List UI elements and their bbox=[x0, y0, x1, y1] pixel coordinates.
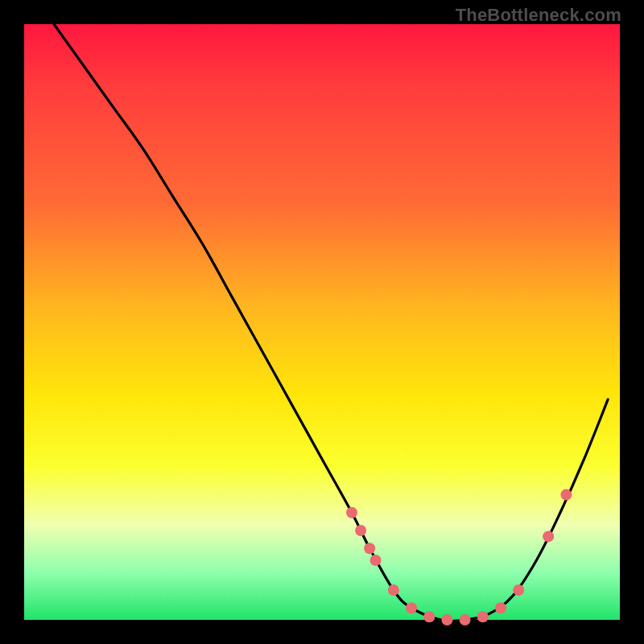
highlight-point bbox=[406, 602, 417, 613]
highlight-point bbox=[364, 543, 375, 554]
highlight-point bbox=[370, 555, 382, 566]
highlight-point bbox=[513, 584, 524, 596]
highlight-point bbox=[460, 614, 471, 625]
bottleneck-curve-svg bbox=[24, 24, 620, 620]
plot-area bbox=[24, 24, 620, 620]
highlight-point bbox=[477, 611, 489, 622]
chart-frame: TheBottleneck.com bbox=[0, 0, 644, 644]
watermark-text: TheBottleneck.com bbox=[456, 5, 621, 26]
highlight-point bbox=[543, 530, 554, 542]
highlight-point bbox=[560, 489, 572, 501]
bottleneck-curve bbox=[54, 24, 608, 621]
highlight-point bbox=[346, 507, 357, 518]
highlight-point bbox=[388, 584, 399, 596]
highlight-point bbox=[441, 614, 452, 625]
highlight-point bbox=[355, 525, 366, 536]
highlight-point bbox=[495, 602, 506, 613]
highlight-point bbox=[423, 611, 435, 622]
